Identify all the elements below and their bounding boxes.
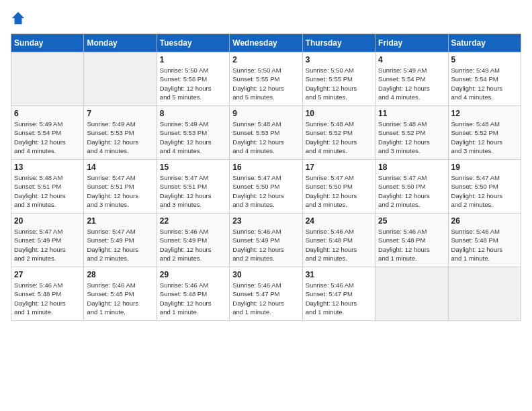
day-info: Sunrise: 5:46 AM Sunset: 5:48 PM Dayligh… [306, 227, 372, 263]
day-info: Sunrise: 5:49 AM Sunset: 5:54 PM Dayligh… [378, 66, 445, 101]
calendar-cell: 3Sunrise: 5:50 AM Sunset: 5:55 PM Daylig… [302, 52, 375, 106]
calendar-cell: 28Sunrise: 5:46 AM Sunset: 5:48 PM Dayli… [84, 267, 157, 321]
calendar-header-row: SundayMondayTuesdayWednesdayThursdayFrid… [11, 34, 521, 52]
calendar-cell: 1Sunrise: 5:50 AM Sunset: 5:56 PM Daylig… [157, 52, 229, 106]
logo-icon [11, 11, 26, 26]
day-number: 25 [378, 216, 445, 226]
day-number: 29 [160, 270, 226, 279]
day-number: 22 [160, 216, 226, 226]
day-number: 19 [451, 163, 518, 172]
day-header-monday: Monday [84, 34, 157, 52]
day-header-sunday: Sunday [11, 34, 84, 52]
day-info: Sunrise: 5:46 AM Sunset: 5:48 PM Dayligh… [451, 227, 518, 263]
day-number: 26 [451, 216, 518, 226]
calendar-cell: 19Sunrise: 5:47 AM Sunset: 5:50 PM Dayli… [448, 160, 521, 214]
day-number: 3 [306, 55, 372, 64]
day-info: Sunrise: 5:48 AM Sunset: 5:52 PM Dayligh… [378, 120, 445, 155]
day-info: Sunrise: 5:49 AM Sunset: 5:54 PM Dayligh… [14, 120, 81, 155]
day-header-wednesday: Wednesday [230, 34, 302, 52]
calendar-week-row: 1Sunrise: 5:50 AM Sunset: 5:56 PM Daylig… [11, 52, 521, 106]
calendar-week-row: 6Sunrise: 5:49 AM Sunset: 5:54 PM Daylig… [11, 106, 521, 160]
day-header-saturday: Saturday [448, 34, 521, 52]
day-info: Sunrise: 5:46 AM Sunset: 5:47 PM Dayligh… [306, 281, 372, 316]
day-number: 27 [14, 270, 81, 279]
calendar-cell: 20Sunrise: 5:47 AM Sunset: 5:49 PM Dayli… [11, 214, 84, 267]
day-number: 8 [160, 109, 226, 118]
day-number: 1 [160, 55, 226, 64]
calendar-cell: 25Sunrise: 5:46 AM Sunset: 5:48 PM Dayli… [375, 214, 448, 267]
day-info: Sunrise: 5:47 AM Sunset: 5:49 PM Dayligh… [14, 227, 81, 263]
day-number: 2 [232, 55, 299, 64]
day-number: 13 [14, 163, 81, 172]
day-info: Sunrise: 5:46 AM Sunset: 5:48 PM Dayligh… [14, 281, 81, 316]
calendar-cell [375, 267, 448, 321]
day-header-tuesday: Tuesday [157, 34, 229, 52]
calendar-cell: 26Sunrise: 5:46 AM Sunset: 5:48 PM Dayli… [448, 214, 521, 267]
calendar-cell [84, 52, 157, 106]
day-number: 11 [378, 109, 445, 118]
calendar-cell: 4Sunrise: 5:49 AM Sunset: 5:54 PM Daylig… [375, 52, 448, 106]
day-header-friday: Friday [375, 34, 448, 52]
day-info: Sunrise: 5:46 AM Sunset: 5:49 PM Dayligh… [232, 227, 299, 263]
calendar-week-row: 27Sunrise: 5:46 AM Sunset: 5:48 PM Dayli… [11, 267, 521, 321]
day-number: 28 [87, 270, 153, 279]
day-info: Sunrise: 5:50 AM Sunset: 5:55 PM Dayligh… [232, 66, 299, 101]
day-number: 24 [306, 216, 372, 226]
calendar-cell: 7Sunrise: 5:49 AM Sunset: 5:53 PM Daylig… [84, 106, 157, 160]
day-number: 6 [14, 109, 81, 118]
day-number: 20 [14, 216, 81, 226]
calendar-cell: 13Sunrise: 5:48 AM Sunset: 5:51 PM Dayli… [11, 160, 84, 214]
calendar-body: 1Sunrise: 5:50 AM Sunset: 5:56 PM Daylig… [11, 52, 521, 321]
day-info: Sunrise: 5:46 AM Sunset: 5:47 PM Dayligh… [232, 281, 299, 316]
calendar-table: SundayMondayTuesdayWednesdayThursdayFrid… [11, 34, 521, 321]
day-number: 14 [87, 163, 153, 172]
day-info: Sunrise: 5:47 AM Sunset: 5:50 PM Dayligh… [451, 173, 518, 209]
day-info: Sunrise: 5:47 AM Sunset: 5:51 PM Dayligh… [160, 173, 226, 209]
day-number: 30 [232, 270, 299, 279]
day-info: Sunrise: 5:47 AM Sunset: 5:50 PM Dayligh… [306, 173, 372, 209]
calendar-week-row: 20Sunrise: 5:47 AM Sunset: 5:49 PM Dayli… [11, 214, 521, 267]
day-number: 21 [87, 216, 153, 226]
day-header-thursday: Thursday [302, 34, 375, 52]
day-number: 15 [160, 163, 226, 172]
calendar-cell: 29Sunrise: 5:46 AM Sunset: 5:48 PM Dayli… [157, 267, 229, 321]
day-number: 5 [451, 55, 518, 64]
day-number: 12 [451, 109, 518, 118]
day-info: Sunrise: 5:48 AM Sunset: 5:53 PM Dayligh… [232, 120, 299, 155]
calendar-cell: 10Sunrise: 5:48 AM Sunset: 5:52 PM Dayli… [302, 106, 375, 160]
day-number: 17 [306, 163, 372, 172]
svg-marker-0 [12, 12, 24, 24]
day-info: Sunrise: 5:46 AM Sunset: 5:49 PM Dayligh… [160, 227, 226, 263]
day-info: Sunrise: 5:48 AM Sunset: 5:52 PM Dayligh… [451, 120, 518, 155]
day-info: Sunrise: 5:47 AM Sunset: 5:50 PM Dayligh… [232, 173, 299, 209]
calendar-week-row: 13Sunrise: 5:48 AM Sunset: 5:51 PM Dayli… [11, 160, 521, 214]
day-info: Sunrise: 5:50 AM Sunset: 5:55 PM Dayligh… [306, 66, 372, 101]
calendar-cell: 8Sunrise: 5:49 AM Sunset: 5:53 PM Daylig… [157, 106, 229, 160]
calendar-cell: 12Sunrise: 5:48 AM Sunset: 5:52 PM Dayli… [448, 106, 521, 160]
calendar-cell [448, 267, 521, 321]
calendar-cell: 9Sunrise: 5:48 AM Sunset: 5:53 PM Daylig… [230, 106, 302, 160]
day-info: Sunrise: 5:46 AM Sunset: 5:48 PM Dayligh… [378, 227, 445, 263]
calendar-cell: 11Sunrise: 5:48 AM Sunset: 5:52 PM Dayli… [375, 106, 448, 160]
day-info: Sunrise: 5:47 AM Sunset: 5:49 PM Dayligh… [87, 227, 153, 263]
page-header [11, 11, 521, 26]
day-info: Sunrise: 5:48 AM Sunset: 5:51 PM Dayligh… [14, 173, 81, 209]
day-info: Sunrise: 5:47 AM Sunset: 5:51 PM Dayligh… [87, 173, 153, 209]
calendar-cell: 6Sunrise: 5:49 AM Sunset: 5:54 PM Daylig… [11, 106, 84, 160]
day-number: 18 [378, 163, 445, 172]
calendar-cell: 17Sunrise: 5:47 AM Sunset: 5:50 PM Dayli… [302, 160, 375, 214]
day-number: 9 [232, 109, 299, 118]
calendar-cell: 15Sunrise: 5:47 AM Sunset: 5:51 PM Dayli… [157, 160, 229, 214]
calendar-cell: 27Sunrise: 5:46 AM Sunset: 5:48 PM Dayli… [11, 267, 84, 321]
calendar-cell: 2Sunrise: 5:50 AM Sunset: 5:55 PM Daylig… [230, 52, 302, 106]
day-info: Sunrise: 5:49 AM Sunset: 5:53 PM Dayligh… [160, 120, 226, 155]
day-info: Sunrise: 5:46 AM Sunset: 5:48 PM Dayligh… [87, 281, 153, 316]
calendar-cell: 31Sunrise: 5:46 AM Sunset: 5:47 PM Dayli… [302, 267, 375, 321]
day-info: Sunrise: 5:46 AM Sunset: 5:48 PM Dayligh… [160, 281, 226, 316]
calendar-cell: 23Sunrise: 5:46 AM Sunset: 5:49 PM Dayli… [230, 214, 302, 267]
calendar-cell: 14Sunrise: 5:47 AM Sunset: 5:51 PM Dayli… [84, 160, 157, 214]
day-info: Sunrise: 5:47 AM Sunset: 5:50 PM Dayligh… [378, 173, 445, 209]
day-number: 10 [306, 109, 372, 118]
day-number: 16 [232, 163, 299, 172]
day-info: Sunrise: 5:49 AM Sunset: 5:53 PM Dayligh… [87, 120, 153, 155]
